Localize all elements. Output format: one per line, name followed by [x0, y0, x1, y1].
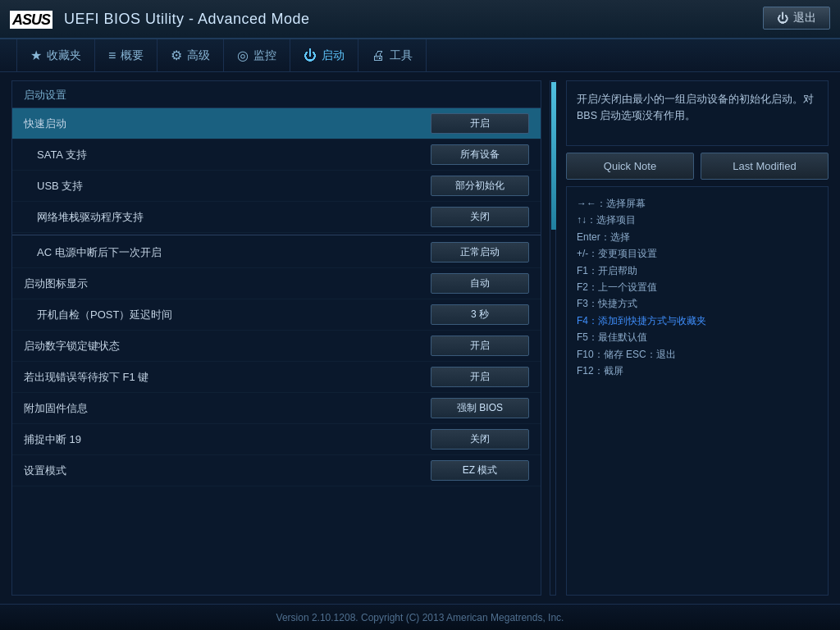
shortcut-item: F4：添加到快捷方式与收藏夹	[577, 313, 818, 329]
action-buttons: Quick Note Last Modified	[566, 153, 829, 180]
shortcut-item: F10：储存 ESC：退出	[577, 346, 818, 363]
nav-label-overview: 概要	[121, 48, 144, 63]
description-box: 开启/关闭由最小的一组启动设备的初始化启动。对 BBS 启动选项没有作用。	[566, 80, 829, 146]
exit-icon: ⏻	[777, 11, 788, 25]
shortcut-action: 变更项目设置	[598, 248, 657, 259]
nav-label-monitor: 监控	[253, 48, 276, 63]
shortcut-key: →←：	[577, 198, 606, 209]
shortcut-action: 添加到快捷方式与收藏夹	[598, 315, 706, 326]
setting-row-sata-support[interactable]: SATA 支持所有设备	[12, 139, 541, 171]
setting-row-wait-f1[interactable]: 若出现错误等待按下 F1 键开启	[12, 362, 541, 393]
shortcut-item: Enter：选择	[577, 229, 818, 245]
setting-value-wait-f1[interactable]: 开启	[431, 367, 529, 387]
setting-row-numlock[interactable]: 启动数字锁定键状态开启	[12, 331, 541, 362]
setting-label-sata-support: SATA 支持	[37, 148, 431, 162]
footer-text: Version 2.10.1208. Copyright (C) 2013 Am…	[276, 612, 564, 623]
shortcut-item: +/-：变更项目设置	[577, 245, 818, 262]
shortcuts-panel: →←：选择屏幕↑↓：选择项目Enter：选择+/-：变更项目设置F1：开启帮助F…	[566, 186, 829, 596]
setting-value-boot-logo[interactable]: 自动	[431, 273, 529, 294]
shortcut-item: F2：上一个设置值	[577, 279, 818, 295]
setting-value-network-stack[interactable]: 关闭	[431, 207, 529, 227]
header-title: UEFI BIOS Utility - Advanced Mode	[64, 11, 310, 28]
nav-icon-boot: ⏻	[304, 48, 317, 63]
shortcut-key: F10：	[577, 349, 604, 360]
nav-label-favorites: 收藏夹	[47, 48, 81, 63]
setting-row-int19-trap[interactable]: 捕捉中断 19关闭	[12, 424, 541, 455]
scrollbar-track[interactable]	[550, 80, 558, 596]
setting-value-setup-mode[interactable]: EZ 模式	[431, 460, 529, 481]
setting-row-post-report[interactable]: 附加固件信息强制 BIOS	[12, 393, 541, 424]
setting-label-wait-f1: 若出现错误等待按下 F1 键	[24, 370, 431, 385]
shortcut-action: 上一个设置值	[598, 281, 657, 293]
last-modified-button[interactable]: Last Modified	[701, 153, 829, 180]
setting-row-fast-boot[interactable]: 快速启动开启	[12, 108, 541, 139]
shortcut-key: F2：	[577, 281, 598, 293]
setting-label-network-stack: 网络堆栈驱动程序支持	[37, 210, 431, 225]
shortcut-item: F12：截屏	[577, 363, 818, 379]
shortcut-item: F1：开启帮助	[577, 262, 818, 279]
setting-row-network-stack[interactable]: 网络堆栈驱动程序支持关闭	[12, 202, 541, 233]
setting-label-numlock: 启动数字锁定键状态	[24, 339, 431, 354]
setting-row-setup-mode[interactable]: 设置模式EZ 模式	[12, 455, 541, 486]
scrollbar-thumb[interactable]	[551, 82, 556, 230]
navigation: ★收藏夹≡概要⚙高级◎监控⏻启动🖨工具	[0, 39, 840, 72]
nav-label-boot: 启动	[322, 48, 345, 63]
setting-label-int19-trap: 捕捉中断 19	[24, 432, 431, 447]
shortcut-key: F12：	[577, 365, 604, 377]
setting-label-ac-power: AC 电源中断后下一次开启	[37, 245, 431, 260]
setting-row-ac-power[interactable]: AC 电源中断后下一次开启正常启动	[12, 237, 541, 268]
nav-item-favorites[interactable]: ★收藏夹	[16, 39, 95, 71]
setting-value-post-delay[interactable]: 3 秒	[431, 304, 529, 325]
shortcut-action: 选择	[610, 231, 630, 243]
setting-value-fast-boot[interactable]: 开启	[431, 113, 529, 134]
setting-row-usb-support[interactable]: USB 支持部分初始化	[12, 171, 541, 202]
quick-note-button[interactable]: Quick Note	[566, 153, 694, 180]
shortcut-action: 截屏	[604, 365, 623, 377]
section-divider	[12, 235, 541, 235]
shortcut-item: F5：最佳默认值	[577, 329, 818, 345]
nav-icon-overview: ≡	[108, 48, 116, 63]
setting-row-boot-logo[interactable]: 启动图标显示自动	[12, 268, 541, 299]
setting-label-fast-boot: 快速启动	[24, 116, 431, 131]
settings-list: 快速启动开启SATA 支持所有设备USB 支持部分初始化网络堆栈驱动程序支持关闭…	[12, 108, 541, 486]
exit-label: 退出	[793, 11, 816, 25]
setting-label-post-report: 附加固件信息	[24, 401, 431, 416]
shortcut-item: F3：快捷方式	[577, 295, 818, 312]
shortcut-action: 最佳默认值	[598, 331, 647, 343]
setting-row-post-delay[interactable]: 开机自检（POST）延迟时间3 秒	[12, 299, 541, 331]
shortcut-action: 开启帮助	[598, 265, 637, 276]
nav-item-advanced[interactable]: ⚙高级	[158, 39, 224, 71]
asus-logo: ASUS	[10, 8, 52, 30]
footer: Version 2.10.1208. Copyright (C) 2013 Am…	[0, 604, 840, 630]
setting-label-boot-logo: 启动图标显示	[24, 276, 431, 291]
setting-value-int19-trap[interactable]: 关闭	[431, 429, 529, 450]
shortcut-action: 快捷方式	[598, 298, 637, 309]
setting-value-ac-power[interactable]: 正常启动	[431, 242, 529, 262]
nav-icon-favorites: ★	[30, 48, 42, 63]
settings-panel: 启动设置 快速启动开启SATA 支持所有设备USB 支持部分初始化网络堆栈驱动程…	[11, 80, 541, 596]
shortcut-action: 选择屏幕	[606, 198, 646, 209]
nav-item-monitor[interactable]: ◎监控	[224, 39, 290, 71]
setting-value-usb-support[interactable]: 部分初始化	[431, 176, 529, 196]
right-panel: 开启/关闭由最小的一组启动设备的初始化启动。对 BBS 启动选项没有作用。 Qu…	[566, 80, 829, 596]
shortcut-key: F4：添加到快捷方式与收藏夹	[577, 315, 706, 326]
main-content: 启动设置 快速启动开启SATA 支持所有设备USB 支持部分初始化网络堆栈驱动程…	[0, 72, 840, 604]
shortcut-key: Enter：	[577, 231, 610, 243]
nav-icon-monitor: ◎	[237, 48, 249, 63]
nav-icon-advanced: ⚙	[171, 48, 182, 63]
shortcut-key: F1：	[577, 265, 598, 276]
nav-item-overview[interactable]: ≡概要	[95, 39, 158, 71]
shortcut-action: 储存 ESC：退出	[604, 349, 676, 360]
nav-item-boot[interactable]: ⏻启动	[290, 39, 358, 71]
setting-value-post-report[interactable]: 强制 BIOS	[431, 398, 529, 418]
setting-value-numlock[interactable]: 开启	[431, 336, 529, 356]
shortcut-key: ↑↓：	[577, 214, 596, 226]
shortcut-action: 选择项目	[596, 214, 636, 226]
shortcut-item: ↑↓：选择项目	[577, 212, 818, 228]
exit-button[interactable]: ⏻ 退出	[763, 7, 830, 30]
setting-value-sata-support[interactable]: 所有设备	[431, 144, 529, 165]
nav-icon-tools: 🖨	[372, 48, 385, 63]
header: ASUS UEFI BIOS Utility - Advanced Mode ⏻…	[0, 0, 840, 39]
setting-label-usb-support: USB 支持	[37, 179, 431, 194]
nav-item-tools[interactable]: 🖨工具	[358, 39, 427, 71]
